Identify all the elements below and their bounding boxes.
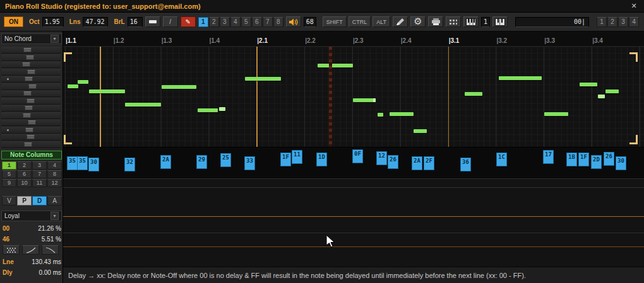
note-bar[interactable] bbox=[544, 112, 568, 116]
matrix-button[interactable] bbox=[446, 16, 461, 27]
delay-value-box[interactable]: 2A bbox=[160, 155, 171, 169]
delay-value-row[interactable]: 353530322A2925331F111D0F12262A2F361C171B… bbox=[63, 147, 644, 178]
note-column-button-9[interactable]: 9 bbox=[2, 179, 16, 187]
slider-handle[interactable] bbox=[24, 142, 32, 147]
channel-slider[interactable] bbox=[1, 90, 61, 97]
note-bar[interactable] bbox=[499, 76, 542, 80]
preset-button-3[interactable]: 3 bbox=[618, 17, 628, 27]
delay-value-box[interactable]: 32 bbox=[124, 158, 135, 171]
track-button-8[interactable]: 8 bbox=[273, 17, 283, 27]
slider-handle[interactable] bbox=[27, 135, 35, 139]
note-column-button-6[interactable]: 6 bbox=[17, 170, 32, 178]
note-column-button-3[interactable]: 3 bbox=[32, 161, 47, 170]
note-bar[interactable] bbox=[78, 80, 88, 84]
delay-value-box[interactable]: 36 bbox=[460, 158, 471, 171]
channel-slider[interactable] bbox=[1, 76, 61, 83]
track-button-2[interactable]: 2 bbox=[209, 17, 219, 27]
piano-roll-grid[interactable] bbox=[63, 47, 644, 147]
mode-button-v[interactable]: V bbox=[2, 196, 16, 205]
param-value[interactable]: 5.51 % bbox=[42, 236, 61, 243]
note-bar[interactable] bbox=[605, 90, 619, 93]
channel-slider[interactable] bbox=[1, 83, 61, 90]
channel-slider[interactable] bbox=[1, 134, 61, 141]
channel-slider[interactable] bbox=[1, 47, 61, 54]
slider-handle[interactable] bbox=[22, 62, 30, 67]
delay-value-box[interactable]: 12 bbox=[376, 151, 387, 165]
slider-handle[interactable] bbox=[27, 70, 35, 74]
delay-value-box[interactable]: 25 bbox=[220, 153, 231, 167]
track-button-5[interactable]: 5 bbox=[241, 17, 251, 27]
note-bar[interactable] bbox=[68, 84, 78, 88]
eraser-button[interactable] bbox=[145, 16, 160, 27]
channel-slider[interactable] bbox=[1, 54, 61, 61]
delay-value-box[interactable]: 30 bbox=[88, 158, 99, 171]
note-column-button-2[interactable]: 2 bbox=[17, 161, 32, 170]
delay-value-box[interactable]: 1D bbox=[316, 153, 327, 166]
delay-value-box[interactable]: 30 bbox=[616, 156, 626, 170]
note-bar[interactable] bbox=[414, 129, 427, 133]
track-button-1[interactable]: 1 bbox=[198, 17, 208, 27]
note-column-button-12[interactable]: 12 bbox=[47, 179, 62, 187]
track-button-3[interactable]: 3 bbox=[220, 17, 230, 27]
preset-button-2[interactable]: 2 bbox=[607, 17, 617, 27]
note-bar[interactable] bbox=[198, 108, 218, 112]
note-bar[interactable] bbox=[245, 77, 281, 81]
delay-value-box[interactable]: 11 bbox=[292, 150, 302, 164]
dly-value[interactable]: 0.00 ms bbox=[39, 269, 61, 276]
slash-button[interactable]: / bbox=[163, 16, 178, 27]
note-bar[interactable] bbox=[89, 90, 125, 93]
lns-value-field[interactable]: 47.92 bbox=[83, 17, 108, 27]
delay-value-box[interactable]: 2D bbox=[591, 155, 602, 169]
ramp-up-button[interactable] bbox=[22, 245, 39, 255]
chevron-down-icon[interactable]: ▼ bbox=[51, 212, 59, 220]
track-button-4[interactable]: 4 bbox=[230, 17, 241, 27]
keyboard-view-button-2[interactable] bbox=[492, 16, 508, 27]
delay-value-box[interactable]: 33 bbox=[244, 156, 255, 170]
note-bar[interactable] bbox=[353, 98, 376, 102]
track-button-7[interactable]: 7 bbox=[263, 17, 273, 27]
automation-lane[interactable] bbox=[63, 178, 644, 267]
slider-handle[interactable] bbox=[25, 106, 33, 110]
on-button[interactable]: ON bbox=[4, 16, 23, 27]
brl-value-field[interactable]: 16 bbox=[128, 17, 143, 27]
lne-value[interactable]: 130.43 ms bbox=[32, 258, 61, 265]
channel-slider[interactable] bbox=[1, 112, 61, 119]
ramp-down-button[interactable] bbox=[42, 245, 59, 255]
timeline-ruler[interactable]: |1.1|1.2|1.3|1.4|2.1|2.2|2.3|2.4|3.1|3.2… bbox=[63, 32, 644, 47]
delay-value-box[interactable]: 26 bbox=[388, 155, 398, 169]
slider-handle[interactable] bbox=[27, 99, 35, 103]
interpolation-dropdown[interactable]: Loyal ▼ bbox=[1, 211, 62, 221]
chevron-down-icon[interactable]: ▼ bbox=[51, 35, 59, 43]
delay-value-box[interactable]: 29 bbox=[196, 155, 207, 169]
channel-slider[interactable] bbox=[1, 127, 61, 134]
param-value[interactable]: 21.26 % bbox=[38, 225, 61, 232]
volume-button[interactable] bbox=[286, 16, 301, 27]
slider-handle[interactable] bbox=[23, 48, 32, 52]
delay-value-box[interactable]: 1F bbox=[280, 153, 291, 166]
slider-handle[interactable] bbox=[25, 77, 33, 81]
mode-button-p[interactable]: P bbox=[17, 196, 32, 205]
volume-value[interactable]: 68 bbox=[304, 17, 316, 27]
modifier-button-ctrl[interactable]: CTRL bbox=[349, 16, 371, 27]
mode-button-a[interactable]: A bbox=[47, 196, 62, 205]
note-column-button-1[interactable]: 1 bbox=[2, 161, 16, 170]
mode-button-d[interactable]: D bbox=[32, 196, 47, 205]
note-column-button-11[interactable]: 11 bbox=[32, 179, 47, 187]
pattern-fill-button[interactable] bbox=[3, 245, 20, 255]
note-column-button-7[interactable]: 7 bbox=[32, 170, 47, 178]
close-button[interactable]: ✕ bbox=[629, 2, 639, 10]
delay-value-box[interactable]: 35 bbox=[77, 156, 88, 170]
edit-step-field[interactable]: 00| bbox=[515, 17, 589, 27]
preset-button-1[interactable]: 1 bbox=[597, 17, 607, 27]
channel-slider[interactable] bbox=[1, 105, 61, 112]
delay-value-box[interactable]: 1C bbox=[496, 153, 507, 166]
playhead[interactable] bbox=[329, 47, 332, 147]
printer-button[interactable] bbox=[428, 16, 443, 27]
slider-handle[interactable] bbox=[25, 128, 33, 132]
note-bar[interactable] bbox=[580, 83, 597, 86]
slider-handle[interactable] bbox=[23, 91, 32, 96]
delay-value-box[interactable]: 1F bbox=[578, 153, 589, 166]
channel-slider[interactable] bbox=[1, 98, 61, 105]
modifier-button-shift[interactable]: SHIFT bbox=[323, 16, 347, 27]
settings-button[interactable]: ⚙ bbox=[410, 16, 426, 27]
